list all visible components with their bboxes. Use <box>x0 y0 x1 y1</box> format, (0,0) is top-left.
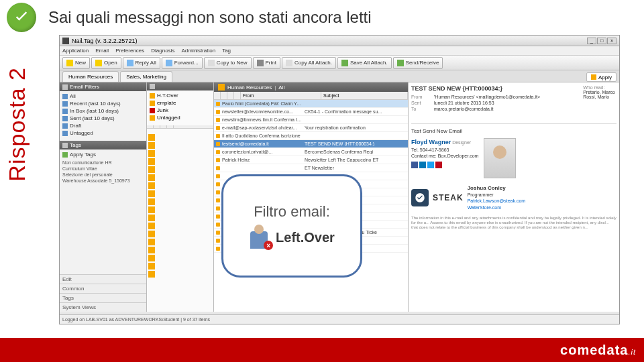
menu-item[interactable]: Email <box>95 48 109 54</box>
message-row[interactable]: Patrick HeinzNewsletter Left The Cappucc… <box>214 156 408 164</box>
message-row[interactable]: newstim@timnews.tim.it Conferma Iscrizio… <box>214 116 408 124</box>
menu-item[interactable]: Application <box>62 48 89 54</box>
folder-icon[interactable] <box>148 255 155 261</box>
tags-header: Tags <box>60 141 146 149</box>
facebook-icon[interactable] <box>411 162 418 168</box>
folder-icon[interactable] <box>148 239 155 245</box>
callout-bubble: Filtro email: × Left.Over <box>221 174 362 278</box>
folder-icon[interactable] <box>148 190 155 197</box>
save-attach-button[interactable]: Save All Attach. <box>337 57 392 69</box>
mid-filter-item[interactable]: emplate <box>148 99 212 107</box>
preview-pane: TEST SEND NEW {HTT:000034:} From'Human R… <box>409 82 619 312</box>
mid-filter-item[interactable]: H.T.Over <box>148 92 212 99</box>
disclaimer: The information in this e-mail and any a… <box>411 216 616 231</box>
app-icon <box>62 38 69 44</box>
filter-item[interactable]: Untagged <box>61 129 145 137</box>
folder-icon[interactable] <box>148 166 155 173</box>
copy-attach-button[interactable]: Copy All Attach. <box>282 57 336 69</box>
steak-logo-icon <box>411 189 429 206</box>
folder-icon <box>218 84 225 90</box>
messages-header: Human Resources | All <box>214 82 408 92</box>
linkedin-icon[interactable] <box>419 162 426 168</box>
message-row[interactable]: newsletter@devonviewonline.co...CK54-1 -… <box>214 108 408 116</box>
titlebar: Nail.Tag (v. 3.2.2.25721) _ □ × <box>60 36 619 46</box>
filter-item[interactable]: All <box>61 93 145 100</box>
tags-panel[interactable]: Tags <box>60 293 146 302</box>
tabbar: Human Resources Sales, Marketing Apply <box>60 70 619 82</box>
folder-icon[interactable] <box>148 215 155 221</box>
folder-icon[interactable] <box>148 142 155 149</box>
tag-item[interactable]: Warehouse Associate 5_150973 <box>60 178 146 184</box>
mid-column: H.T.OveremplateJunkUntagged <box>147 82 214 312</box>
folder-icon[interactable] <box>148 198 155 205</box>
system-panel[interactable]: System Views <box>60 302 146 312</box>
folder-icon[interactable] <box>148 271 155 278</box>
folder-icon[interactable] <box>148 134 155 141</box>
window-title: Nail.Tag (v. 3.2.2.25721) <box>72 38 137 44</box>
filter-item[interactable]: Sent (last 10 days) <box>61 115 145 122</box>
folder-icon[interactable] <box>148 174 155 181</box>
message-row[interactable]: e-mail@sap-vodaservizisrl.ohdear...Your … <box>214 124 408 132</box>
tag-item[interactable]: Non comunicazione HR <box>60 160 146 166</box>
message-row[interactable]: testsend@comedata.itTEST SEND NEW (HTT:0… <box>214 140 408 148</box>
tag-item[interactable]: Curriculum Vitae <box>60 166 146 172</box>
leftover-icon: × <box>249 226 272 249</box>
mid-filter-item[interactable]: Junk <box>148 107 212 114</box>
toolbar: New Open Reply All Forward... Copy to Ne… <box>60 56 619 70</box>
mid-header <box>147 82 213 90</box>
send-receive-button[interactable]: Send/Receive <box>393 57 443 69</box>
forward-button[interactable]: Forward... <box>162 57 203 69</box>
mid-filter-item[interactable]: Untagged <box>148 114 212 121</box>
apply-tags[interactable]: Apply Tags <box>61 151 145 158</box>
print-button[interactable]: Print <box>253 57 280 69</box>
message-row[interactable]: ET Newsletter <box>214 164 408 172</box>
common-panel[interactable]: Common <box>60 284 146 293</box>
pinterest-icon[interactable] <box>435 162 442 168</box>
slide-footer: comedata.it <box>0 338 644 362</box>
reply-all-button[interactable]: Reply All <box>123 57 160 69</box>
filters-header: Email Filters <box>60 82 146 91</box>
menubar[interactable]: Application Email Preferences Diagnosis … <box>60 46 619 56</box>
folder-icon[interactable] <box>148 247 155 253</box>
statusbar: Logged on LAB-SV01 as ADVENTUREWORKS\Stu… <box>60 314 619 324</box>
folder-icon[interactable] <box>148 263 155 269</box>
body-title: Test Send New Email <box>411 128 616 134</box>
edit-panel[interactable]: Edit <box>60 274 146 284</box>
leftover-label: Left.Over <box>276 230 335 245</box>
twitter-icon[interactable] <box>427 162 434 168</box>
menu-item[interactable]: Preferences <box>115 48 144 54</box>
tab-hr[interactable]: Human Resources <box>62 71 119 82</box>
contact-card: Floyd Wagner Designer Tel. 504-417-5863 … <box>411 138 616 178</box>
sidebar: Email Filters AllRecent (last 10 days)In… <box>60 82 147 312</box>
new-button[interactable]: New <box>62 57 90 69</box>
menu-item[interactable]: Diagnosis <box>151 48 174 54</box>
minimize-button[interactable]: _ <box>587 38 596 44</box>
message-row[interactable]: coronetezioni.privati@...BercomeScienza … <box>214 148 408 156</box>
tag-item[interactable]: Selezione del personale <box>60 172 146 178</box>
column-headers[interactable]: From Subject <box>214 92 408 100</box>
menu-item[interactable]: Tag <box>222 48 231 54</box>
footer-logo: comedata.it <box>560 343 636 358</box>
side-label: Risposta 2 <box>4 67 30 182</box>
apply-button[interactable]: Apply <box>586 72 616 82</box>
folder-icon[interactable] <box>148 182 155 189</box>
folder-icon[interactable] <box>148 223 155 229</box>
folder-icon[interactable] <box>148 150 155 157</box>
avatar <box>484 138 516 178</box>
filter-item[interactable]: In Box (last 10 days) <box>61 107 145 115</box>
filter-item[interactable]: Draft <box>61 122 145 129</box>
open-button[interactable]: Open <box>91 57 121 69</box>
folder-icon[interactable] <box>148 158 155 165</box>
folder-icon[interactable] <box>148 231 155 237</box>
tab-sales[interactable]: Sales, Marketing <box>120 71 172 82</box>
copy-new-button[interactable]: Copy to New <box>204 57 252 69</box>
message-row[interactable]: Il atto Quotidiano Conferma iscrizione <box>214 132 408 140</box>
maximize-button[interactable]: □ <box>597 38 606 44</box>
folder-icon[interactable] <box>148 206 155 213</box>
slide-title: Sai quali messaggi non sono stati ancora… <box>48 8 372 27</box>
check-badge-icon <box>7 3 36 32</box>
message-row[interactable]: Paolo Nini (Comedata) FW: Claim Your Gra… <box>214 100 408 108</box>
filter-item[interactable]: Recent (last 10 days) <box>61 100 145 107</box>
menu-item[interactable]: Administration <box>181 48 215 54</box>
close-button[interactable]: × <box>607 38 616 44</box>
